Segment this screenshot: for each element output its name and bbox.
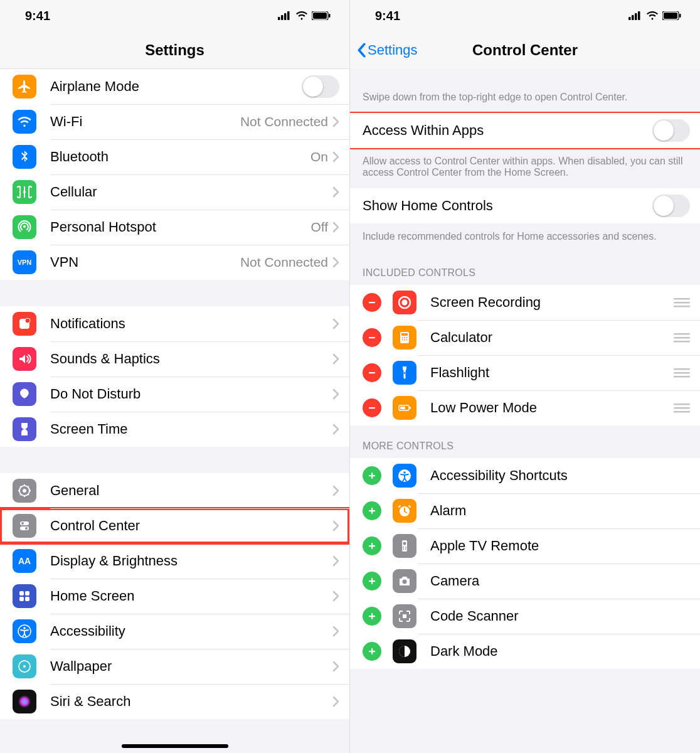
wifi-icon <box>646 11 659 20</box>
settings-row-dnd[interactable]: Do Not Disturb <box>0 376 349 412</box>
show-home-controls-row[interactable]: Show Home Controls <box>350 188 700 223</box>
cellular-icon <box>278 11 292 20</box>
svg-rect-39 <box>369 337 375 338</box>
screentime-label: Screen Time <box>50 421 332 437</box>
general-icon <box>13 479 36 503</box>
home-toggle[interactable] <box>652 195 690 217</box>
wallpaper-icon <box>13 654 36 678</box>
more-row-alarm[interactable]: Alarm <box>350 493 700 528</box>
svg-rect-36 <box>674 298 690 300</box>
airplane-toggle[interactable] <box>302 75 339 98</box>
hotspot-label: Personal Hotspot <box>50 219 310 235</box>
add-button[interactable] <box>363 572 381 590</box>
settings-row-hotspot[interactable]: Personal HotspotOff <box>0 210 349 245</box>
included-row-calculator[interactable]: Calculator <box>350 320 700 355</box>
settings-row-bluetooth[interactable]: BluetoothOn <box>0 139 349 174</box>
dnd-label: Do Not Disturb <box>50 386 332 402</box>
display-icon: AA <box>13 549 36 573</box>
svg-point-80 <box>403 580 407 584</box>
access-toggle[interactable] <box>652 119 690 142</box>
svg-rect-38 <box>674 306 690 307</box>
svg-point-45 <box>402 339 403 341</box>
svg-rect-68 <box>369 510 375 511</box>
settings-row-siri[interactable]: Siri & Search <box>0 684 349 719</box>
controlcenter-label: Control Center <box>50 518 332 534</box>
svg-point-66 <box>403 471 406 474</box>
more-row-darkmode[interactable]: Dark Mode <box>350 634 700 669</box>
dnd-icon <box>13 382 36 406</box>
svg-rect-20 <box>25 597 29 601</box>
accessibility-label: Accessibility <box>50 623 332 639</box>
access-label: Access Within Apps <box>363 122 652 139</box>
alarm-label: Alarm <box>430 503 690 519</box>
add-button[interactable] <box>363 501 381 520</box>
vpn-label: VPN <box>50 254 240 270</box>
wallpaper-label: Wallpaper <box>50 658 332 675</box>
homescreen-label: Home Screen <box>50 588 332 604</box>
svg-point-43 <box>404 337 405 338</box>
included-row-lowpower[interactable]: Low Power Mode <box>350 390 700 425</box>
access-within-apps-row[interactable]: Access Within Apps <box>350 113 700 148</box>
settings-row-wallpaper[interactable]: Wallpaper <box>0 649 349 684</box>
more-row-appletv[interactable]: Apple TV Remote <box>350 528 700 563</box>
settings-row-screentime[interactable]: Screen Time <box>0 412 349 447</box>
bluetooth-value: On <box>310 149 328 164</box>
status-time: 9:41 <box>25 9 50 23</box>
access-footer: Allow access to Control Center within ap… <box>350 148 700 188</box>
svg-point-77 <box>405 548 406 550</box>
svg-rect-48 <box>674 333 690 335</box>
svg-point-46 <box>404 339 405 341</box>
remove-button[interactable] <box>363 328 381 347</box>
more-row-a11y[interactable]: Accessibility Shortcuts <box>350 458 700 493</box>
remove-button[interactable] <box>363 398 381 417</box>
add-button[interactable] <box>363 466 381 485</box>
codescanner-icon <box>393 604 416 628</box>
svg-rect-55 <box>674 376 690 378</box>
svg-rect-5 <box>313 13 327 19</box>
included-row-flashlight[interactable]: Flashlight <box>350 355 700 390</box>
cellular-icon <box>13 180 36 204</box>
add-button[interactable] <box>363 607 381 626</box>
svg-rect-27 <box>632 15 634 20</box>
airplane-label: Airplane Mode <box>50 78 302 95</box>
add-button[interactable] <box>363 537 381 555</box>
included-row-screenrec[interactable]: Screen Recording <box>350 285 700 320</box>
notifications-icon <box>13 312 36 336</box>
settings-row-notifications[interactable]: Notifications <box>0 306 349 341</box>
settings-row-wifi[interactable]: Wi-FiNot Connected <box>0 104 349 139</box>
back-button[interactable]: Settings <box>356 42 418 58</box>
svg-rect-85 <box>369 651 375 652</box>
hotspot-value: Off <box>310 220 328 235</box>
more-header: MORE CONTROLS <box>350 425 700 458</box>
settings-row-airplane[interactable]: Airplane Mode <box>0 69 349 104</box>
svg-rect-83 <box>403 614 406 618</box>
settings-row-sounds[interactable]: Sounds & Haptics <box>0 341 349 376</box>
wifi-icon <box>295 11 308 20</box>
settings-row-accessibility[interactable]: Accessibility <box>0 614 349 649</box>
settings-row-vpn[interactable]: VPNVPNNot Connected <box>0 245 349 280</box>
svg-rect-54 <box>674 372 690 374</box>
controlcenter-icon <box>13 514 36 538</box>
settings-row-homescreen[interactable]: Home Screen <box>0 579 349 614</box>
remove-button[interactable] <box>363 363 381 382</box>
remove-button[interactable] <box>363 293 381 312</box>
svg-point-76 <box>403 548 404 550</box>
alarm-icon <box>393 499 416 523</box>
darkmode-label: Dark Mode <box>430 643 690 660</box>
settings-row-display[interactable]: AADisplay & Brightness <box>0 543 349 579</box>
settings-row-general[interactable]: General <box>0 473 349 508</box>
svg-rect-49 <box>674 337 690 339</box>
more-row-codescanner[interactable]: Code Scanner <box>350 599 700 634</box>
appletv-icon <box>393 534 416 558</box>
add-button[interactable] <box>363 642 381 661</box>
svg-rect-71 <box>369 545 375 547</box>
svg-point-12 <box>23 489 26 493</box>
settings-row-controlcenter[interactable]: Control Center <box>0 508 349 543</box>
battery-icon <box>662 11 681 20</box>
svg-rect-26 <box>628 17 631 20</box>
page-title: Settings <box>145 41 204 59</box>
more-row-camera[interactable]: Camera <box>350 563 700 599</box>
svg-rect-32 <box>679 14 681 18</box>
flashlight-icon <box>393 361 416 385</box>
settings-row-cellular[interactable]: Cellular <box>0 174 349 210</box>
